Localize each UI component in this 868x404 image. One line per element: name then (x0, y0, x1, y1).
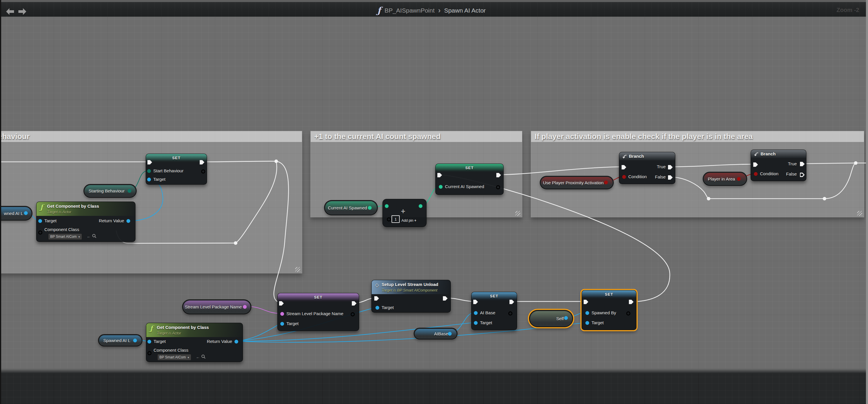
browse-magnifier-icon[interactable] (92, 234, 97, 238)
add-input-value-field[interactable]: 1 (392, 215, 400, 223)
node-set-stream-level-package-name[interactable]: SET Stream Level Package Name Target (277, 293, 359, 331)
pin-start-behaviour[interactable] (147, 169, 151, 173)
pin-label: Component Class (44, 227, 79, 232)
exec-in-pin[interactable] (622, 165, 626, 169)
node-title: SET (146, 156, 207, 160)
node-get-component-by-class-bottom[interactable]: ƒ Get Component by Class Target is Actor… (146, 323, 243, 362)
pin-variable-out[interactable] (564, 316, 568, 320)
pin-output-value[interactable] (508, 311, 513, 316)
wire-exec-reroute-to-set-stream[interactable] (274, 161, 288, 303)
pill-current-ai-spawned[interactable]: Current AI Spawned (324, 200, 378, 215)
pin-variable-out[interactable] (737, 177, 741, 181)
node-title: SET (278, 295, 359, 299)
browse-magnifier-icon[interactable] (201, 354, 206, 359)
node-add-int[interactable]: + 1 Add pin + (382, 199, 427, 227)
pin-variable-out[interactable] (368, 206, 372, 210)
pin-target[interactable] (147, 178, 151, 181)
pin-variable-out[interactable] (128, 189, 131, 193)
reroute-node[interactable] (707, 197, 710, 200)
exec-in-pin[interactable] (279, 301, 284, 306)
pin-add-input-a[interactable] (385, 204, 389, 208)
pin-variable-out[interactable] (24, 211, 28, 215)
pin-target[interactable] (38, 219, 42, 223)
pin-return-value[interactable] (235, 340, 238, 344)
pill-player-in-area[interactable]: Player in Area (703, 172, 747, 186)
pin-output-value[interactable] (496, 185, 500, 189)
pill-label: Spawned AI L (99, 335, 135, 346)
node-setup-level-stream-unload[interactable]: ◇ Setup Level Stream Unload Target is BP… (371, 280, 451, 313)
class-select-dropdown[interactable]: BP Smart AICom ▾ (48, 233, 82, 240)
pill-use-player-proximity-activation[interactable]: Use Player Proximity Activation (540, 176, 614, 189)
node-subtitle: Target is BP Smart AIComponent (381, 288, 437, 292)
exec-in-pin[interactable] (374, 296, 379, 300)
exec-false-pin-unconnected[interactable] (800, 173, 805, 177)
node-branch-2[interactable]: Branch True Condition False (751, 150, 806, 181)
pin-target[interactable] (375, 306, 379, 310)
reroute-node[interactable] (234, 241, 237, 245)
pin-label: Target (480, 320, 492, 325)
pin-variable-out[interactable] (448, 332, 452, 336)
pill-self[interactable]: Self (529, 310, 573, 327)
pin-label: AI Base (480, 310, 495, 315)
blueprint-editor: ƒ BP_AISpawnPoint › Spawn AI Actor Zoom … (0, 0, 868, 404)
exec-false-pin[interactable] (668, 175, 673, 180)
pin-target[interactable] (280, 322, 284, 326)
node-set-start-behaviour[interactable]: SET Start Behaviour Target (146, 154, 207, 184)
node-set-current-ai-spawned[interactable]: SET Current AI Spawned (435, 164, 504, 195)
node-get-component-by-class-top[interactable]: ƒ Get Component by Class Target is Actor… (36, 202, 135, 242)
pin-return-value[interactable] (126, 219, 130, 223)
exec-out-pin[interactable] (629, 300, 633, 304)
pill-spawned-ai-l-cut[interactable]: wned AI L (0, 206, 32, 221)
reroute-node[interactable] (823, 197, 826, 200)
pin-output-value[interactable] (351, 312, 355, 316)
pin-stream-level-package-name[interactable] (280, 312, 284, 316)
window-right-edge[interactable] (866, 0, 868, 404)
pin-current-ai-spawned[interactable] (439, 185, 443, 189)
wire-exec-branch1-true-to-branch2[interactable] (670, 164, 755, 167)
exec-out-pin[interactable] (352, 301, 356, 306)
pill-stream-level-package-name[interactable]: Stream Level Package Name (182, 299, 251, 314)
reset-to-default-icon[interactable]: ← (196, 355, 200, 359)
pill-aibase[interactable]: AIBase (414, 328, 458, 340)
pill-label: AIBase (414, 328, 450, 339)
exec-out-pin[interactable] (496, 173, 501, 177)
pin-target[interactable] (148, 340, 151, 344)
pin-target[interactable] (585, 321, 589, 325)
pin-component-class[interactable] (38, 230, 42, 235)
exec-in-pin[interactable] (437, 173, 442, 177)
pill-starting-behaviour[interactable]: Starting Behaviour (84, 184, 137, 198)
exec-true-pin[interactable] (668, 165, 673, 169)
pill-spawned-ai-l[interactable]: Spawned AI L (98, 334, 143, 346)
event-diamond-icon: ◇ (375, 283, 379, 288)
pin-add-input-b[interactable] (387, 217, 391, 222)
pin-output-value[interactable] (201, 169, 205, 174)
pin-spawned-by[interactable] (585, 311, 589, 315)
wire-exec-set-start-to-reroute[interactable] (202, 161, 276, 162)
exec-in-pin[interactable] (584, 300, 588, 304)
pin-condition[interactable] (622, 175, 626, 179)
reset-to-default-icon[interactable]: ← (87, 234, 91, 238)
pin-ai-base[interactable] (474, 311, 478, 315)
add-pin-button[interactable]: Add pin + (401, 219, 416, 223)
node-set-spawned-by[interactable]: SET Spawned By Target (582, 290, 637, 330)
pin-add-output[interactable] (419, 204, 423, 208)
pin-variable-out[interactable] (243, 305, 247, 309)
exec-out-pin[interactable] (509, 300, 514, 304)
pin-variable-out[interactable] (133, 339, 137, 342)
node-branch-1[interactable]: Branch True Condition False (619, 152, 675, 184)
node-set-ai-base[interactable]: SET AI Base Target (471, 292, 517, 330)
exec-out-pin[interactable] (443, 296, 447, 300)
reroute-node[interactable] (274, 160, 278, 163)
wire-exec-set-current-to-branch1[interactable] (499, 167, 623, 175)
class-select-dropdown[interactable]: BP Smart AICom ▾ (157, 354, 191, 360)
reroute-node[interactable] (854, 161, 858, 165)
pin-variable-out[interactable] (604, 180, 608, 184)
exec-true-pin[interactable] (800, 162, 805, 166)
exec-in-pin[interactable] (473, 300, 478, 304)
pin-output-value[interactable] (626, 311, 630, 316)
pin-condition[interactable] (754, 172, 757, 176)
exec-in-pin[interactable] (753, 163, 758, 167)
pin-component-class[interactable] (148, 351, 152, 355)
pin-target[interactable] (474, 321, 478, 325)
wire-exec-branch2-true[interactable] (802, 163, 856, 164)
